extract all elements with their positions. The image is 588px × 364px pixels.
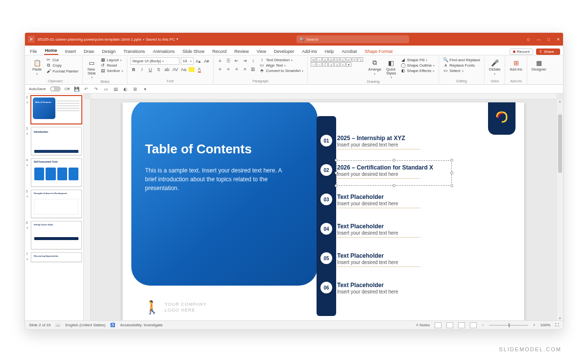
- case-icon[interactable]: Aa: [180, 66, 187, 73]
- find-button[interactable]: 🔍Find and Replace: [442, 57, 481, 62]
- save-icon[interactable]: 💾: [74, 86, 79, 92]
- paste-button[interactable]: 📋Paste▾: [31, 57, 43, 76]
- tab-help[interactable]: Help: [324, 48, 335, 55]
- increase-font-icon[interactable]: A▴: [195, 58, 202, 65]
- share-button[interactable]: ⇧Share▾: [536, 49, 560, 55]
- addins-button[interactable]: ⊞Add-ins: [508, 57, 523, 73]
- qat-icon[interactable]: ◐: [122, 86, 128, 92]
- document-title[interactable]: 85105-01-career-planning-powerpoint-temp…: [38, 37, 178, 42]
- blue-panel-shape[interactable]: [131, 102, 318, 286]
- align-right-icon[interactable]: ≡: [233, 66, 240, 73]
- indent-inc-icon[interactable]: ⇥: [242, 57, 248, 64]
- line-spacing-icon[interactable]: ↕: [250, 57, 257, 64]
- reading-view-icon[interactable]: [458, 322, 465, 328]
- vertical-scrollbar[interactable]: ▴▾: [557, 99, 563, 320]
- select-button[interactable]: ▭Select▾: [442, 68, 481, 73]
- quick-styles-button[interactable]: ◧Quick Styles▾: [385, 57, 397, 80]
- shape-fill-button[interactable]: ◢Shape Fill▾: [400, 57, 436, 62]
- slide-thumbnail[interactable]: 7★ Discovering Opportunities: [27, 252, 81, 262]
- corner-badge[interactable]: [488, 102, 515, 135]
- shape-effects-button[interactable]: ◐Shape Effects▾: [400, 68, 436, 73]
- tab-draw[interactable]: Draw: [83, 48, 95, 55]
- accessibility-status[interactable]: Accessibility: Investigate: [120, 323, 163, 327]
- tab-shape-format[interactable]: Shape Format: [364, 48, 393, 55]
- notes-button[interactable]: ≡ Notes: [416, 323, 430, 327]
- toc-item[interactable]: 06 Text PlaceholderInsert your desired t…: [320, 282, 398, 294]
- slide-thumbnail[interactable]: 5★ Strengths & Areas for Development: [27, 190, 81, 218]
- sorter-view-icon[interactable]: [446, 322, 453, 328]
- zoom-in-icon[interactable]: +: [533, 323, 536, 327]
- slide-description[interactable]: This is a sample text. Insert your desir…: [145, 166, 292, 193]
- slide-thumbnail[interactable]: 3★ Introduction: [27, 127, 81, 155]
- shapes-gallery[interactable]: ▭○△⬠⬡◇▱⬭ ╲→↔⤴{}☆▾: [311, 57, 365, 67]
- record-button[interactable]: Record: [510, 49, 533, 55]
- arrange-button[interactable]: ⧉Arrange▾: [367, 57, 383, 76]
- tab-transitions[interactable]: Transitions: [122, 48, 146, 55]
- slide-thumbnails-panel[interactable]: 2★ Table of Contents 3★ Introduction 4★ …: [25, 94, 84, 320]
- font-size-input[interactable]: 18▾: [181, 57, 194, 65]
- tab-review[interactable]: Review: [233, 48, 250, 55]
- section-button[interactable]: ▤Section▾: [99, 68, 124, 73]
- qat-icon[interactable]: ⊞: [132, 86, 138, 92]
- align-left-icon[interactable]: ≡: [217, 66, 223, 73]
- new-slide-button[interactable]: ▭New Slide▾: [86, 57, 98, 80]
- toc-item[interactable]: 01 2025 – Internship at XYZInsert your d…: [320, 135, 420, 149]
- italic-icon[interactable]: I: [139, 66, 146, 73]
- tab-addins[interactable]: Add-ins: [301, 48, 318, 55]
- qat-icon[interactable]: ▾: [142, 86, 148, 92]
- numbering-icon[interactable]: ☰: [225, 57, 232, 64]
- dictate-button[interactable]: 🎤Dictate▾: [488, 57, 502, 76]
- spacing-icon[interactable]: AV: [172, 66, 179, 73]
- search-input[interactable]: 🔍 Search: [296, 35, 409, 43]
- undo-icon[interactable]: ↶: [83, 86, 89, 92]
- company-logo-placeholder[interactable]: 🚶 YOUR COMPANYLOGO HERE: [144, 300, 206, 315]
- zoom-level[interactable]: 100%: [540, 323, 550, 327]
- strike-icon[interactable]: S: [155, 66, 162, 73]
- tab-slideshow[interactable]: Slide Show: [181, 48, 205, 55]
- slide-counter[interactable]: Slide 2 of 16: [29, 323, 50, 327]
- slide-thumbnail[interactable]: 6★ Setting Career Goals: [27, 221, 81, 249]
- text-direction-button[interactable]: ↕Text Direction▾: [259, 57, 305, 62]
- shape-outline-button[interactable]: ◯Shape Outline▾: [400, 63, 436, 68]
- font-color-icon[interactable]: A: [196, 66, 203, 73]
- dictionary-icon[interactable]: 📖: [55, 323, 60, 327]
- slideshow-view-icon[interactable]: [470, 322, 477, 328]
- designer-button[interactable]: ▦Designer: [530, 57, 548, 73]
- redo-icon[interactable]: ↷: [93, 86, 99, 92]
- tab-acrobat[interactable]: Acrobat: [341, 48, 358, 55]
- align-text-button[interactable]: ▭Align Text▾: [259, 63, 305, 68]
- selection-box[interactable]: [336, 160, 452, 186]
- ribbon-options-icon[interactable]: ◇: [527, 37, 530, 42]
- tab-animations[interactable]: Animations: [152, 48, 176, 55]
- tab-home[interactable]: Home: [44, 47, 58, 55]
- tab-file[interactable]: File: [29, 48, 38, 55]
- qat-icon[interactable]: ▤: [113, 86, 119, 92]
- font-name-input[interactable]: Segoe UI (Body)▾: [130, 57, 179, 65]
- indent-dec-icon[interactable]: ⇤: [233, 57, 240, 64]
- tab-view[interactable]: View: [256, 48, 267, 55]
- language-status[interactable]: English (United States): [65, 323, 105, 327]
- fit-window-icon[interactable]: ⛶: [555, 323, 559, 327]
- maximize-icon[interactable]: □: [547, 37, 550, 42]
- slide-thumbnail[interactable]: 2★ Table of Contents: [27, 96, 81, 124]
- bullets-icon[interactable]: ≡: [217, 57, 223, 64]
- toc-item[interactable]: 04 Text PlaceholderInsert your desired t…: [320, 223, 420, 238]
- justify-icon[interactable]: ≡: [242, 66, 248, 73]
- slide-title[interactable]: Table of Contents: [145, 142, 252, 157]
- autosave-toggle[interactable]: [50, 86, 61, 92]
- replace-button[interactable]: ᴀReplace Fonts: [442, 63, 481, 68]
- tab-design[interactable]: Design: [101, 48, 117, 55]
- normal-view-icon[interactable]: [435, 322, 441, 328]
- toc-item[interactable]: 05 Text PlaceholderInsert your desired t…: [320, 252, 420, 267]
- decrease-font-icon[interactable]: A▾: [203, 58, 210, 65]
- toc-item[interactable]: 03 Text PlaceholderInsert your desired t…: [320, 194, 420, 208]
- copy-button[interactable]: ⧉Copy: [45, 63, 79, 68]
- columns-icon[interactable]: ▥: [250, 66, 257, 73]
- slide-canvas[interactable]: Table of Contents This is a sample text.…: [122, 102, 524, 320]
- qat-icon[interactable]: ▭: [103, 86, 109, 92]
- format-painter-button[interactable]: 🖌Format Painter: [45, 69, 79, 73]
- slide-thumbnail[interactable]: 4★ Self Assessment Tools: [27, 158, 81, 187]
- zoom-out-icon[interactable]: −: [482, 323, 484, 327]
- highlight-icon[interactable]: [189, 67, 195, 72]
- shadow-icon[interactable]: ab: [164, 66, 171, 73]
